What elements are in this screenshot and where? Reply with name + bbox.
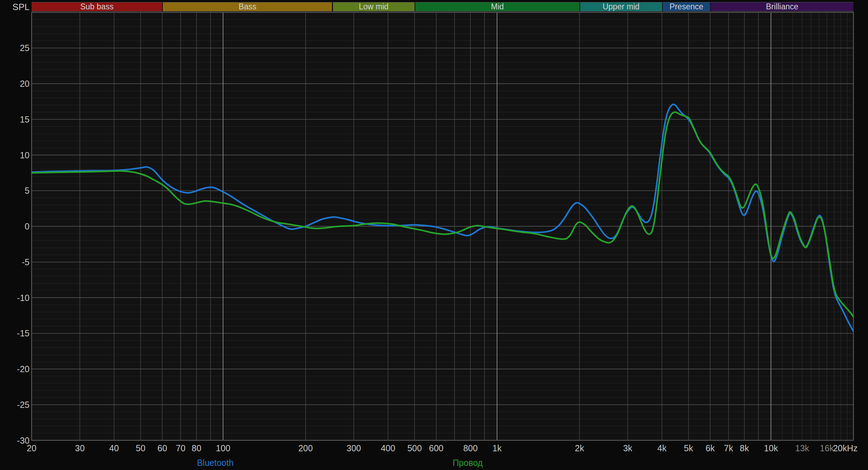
legend-item-bluetooth[interactable]: Bluetooth — [197, 458, 234, 468]
x-tick-7k: 7k — [724, 443, 733, 453]
x-tick-800: 800 — [463, 443, 478, 453]
x-tick-400: 400 — [381, 443, 395, 453]
x-tick-200: 200 — [298, 443, 313, 453]
x-tick-40: 40 — [109, 443, 119, 453]
y-tick-15: 15 — [0, 114, 30, 124]
y-tick--5: -5 — [0, 257, 30, 267]
x-tick-2k: 2k — [575, 443, 584, 453]
y-tick-25: 25 — [0, 43, 30, 53]
plot-area — [0, 0, 868, 470]
x-tick-10k: 10k — [764, 443, 778, 453]
x-tick-5k: 5k — [684, 443, 693, 453]
y-tick-0: 0 — [0, 221, 30, 232]
x-tick-30: 30 — [75, 443, 85, 453]
x-tick-16k: 16k — [820, 443, 834, 453]
legend-item-wired[interactable]: Провод — [453, 458, 483, 468]
y-tick--20: -20 — [0, 364, 30, 374]
x-tick-1k: 1k — [492, 443, 501, 453]
x-tick-8k: 8k — [740, 443, 749, 453]
x-tick-3k: 3k — [623, 443, 632, 453]
x-tick-13k: 13k — [795, 443, 809, 453]
x-tick-300: 300 — [347, 443, 361, 453]
x-tick-20: 20 — [27, 443, 36, 453]
x-tick-500: 500 — [407, 443, 422, 453]
y-tick--10: -10 — [0, 293, 30, 303]
y-tick-5: 5 — [0, 186, 30, 196]
y-tick--15: -15 — [0, 328, 30, 338]
y-tick-10: 10 — [0, 150, 30, 160]
x-tick-100: 100 — [216, 443, 231, 453]
y-tick--30: -30 — [0, 435, 30, 445]
x-tick-20kHz: 20kHz — [833, 443, 858, 453]
x-tick-6k: 6k — [706, 443, 715, 453]
x-tick-600: 600 — [429, 443, 444, 453]
x-tick-4k: 4k — [657, 443, 666, 453]
x-tick-50: 50 — [136, 443, 145, 453]
x-tick-80: 80 — [192, 443, 201, 453]
x-tick-60: 60 — [157, 443, 167, 453]
frequency-response-chart: SPL Sub bassBassLow midMidUpper midPrese… — [0, 0, 868, 470]
x-tick-70: 70 — [176, 443, 185, 453]
y-tick-20: 20 — [0, 79, 30, 89]
y-tick--25: -25 — [0, 400, 30, 410]
